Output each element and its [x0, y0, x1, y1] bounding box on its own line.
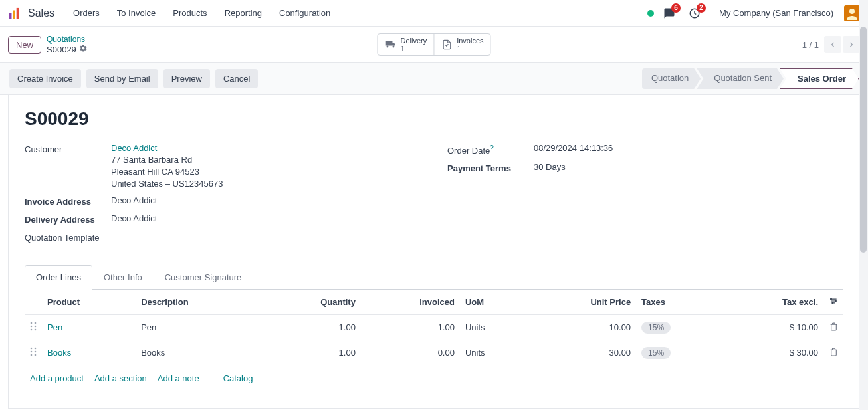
- tab-customer-signature[interactable]: Customer Signature: [154, 265, 253, 290]
- breadcrumb: Quotations S00029: [47, 35, 88, 54]
- pager-next-button[interactable]: [843, 36, 860, 53]
- svg-point-9: [31, 322, 33, 324]
- svg-point-7: [835, 300, 837, 302]
- nav-to-invoice[interactable]: To Invoice: [110, 4, 163, 22]
- product-link[interactable]: Pen: [47, 322, 62, 332]
- table-row[interactable]: Pen Pen 1.00 1.00 Units 10.00 15% $ 10.0…: [25, 315, 843, 340]
- truck-icon: [384, 39, 396, 51]
- customer-label: Customer: [25, 143, 111, 154]
- status-flow: Quotation Quotation Sent Sales Order: [642, 68, 859, 89]
- svg-point-15: [31, 348, 33, 350]
- stat-delivery-label: Delivery: [400, 37, 427, 45]
- order-lines-table: Product Description Quantity Invoiced Uo…: [25, 290, 843, 365]
- order-date-value[interactable]: 08/29/2024 14:13:36: [534, 143, 843, 153]
- stage-quotation[interactable]: Quotation: [642, 68, 701, 89]
- help-icon[interactable]: ?: [490, 144, 494, 152]
- cell-uom[interactable]: Units: [460, 315, 526, 340]
- add-note-link[interactable]: Add a note: [158, 373, 199, 383]
- preview-button[interactable]: Preview: [163, 69, 210, 88]
- tab-order-lines[interactable]: Order Lines: [25, 265, 92, 290]
- control-bar: New Quotations S00029 Delivery 1 Invoice…: [0, 27, 868, 62]
- stat-delivery-value: 1: [400, 45, 427, 52]
- quote-template-label: Quotation Template: [25, 231, 111, 243]
- svg-point-13: [31, 329, 33, 331]
- delivery-addr-value[interactable]: Deco Addict: [111, 213, 421, 223]
- action-bar: Create Invoice Send by Email Preview Can…: [0, 62, 868, 95]
- svg-rect-1: [13, 10, 15, 19]
- svg-point-14: [35, 329, 37, 331]
- stat-delivery[interactable]: Delivery 1: [378, 34, 434, 55]
- pager: 1 / 1: [802, 36, 860, 53]
- presence-dot-icon: [647, 10, 654, 17]
- messaging-icon[interactable]: 6: [662, 6, 677, 21]
- tab-other-info[interactable]: Other Info: [92, 265, 154, 290]
- cell-unit-price[interactable]: 10.00: [526, 315, 636, 340]
- col-invoiced: Invoiced: [361, 290, 460, 315]
- nav-reporting[interactable]: Reporting: [218, 4, 269, 22]
- product-link[interactable]: Books: [47, 348, 71, 358]
- cancel-button[interactable]: Cancel: [215, 69, 258, 88]
- app-title[interactable]: Sales: [28, 7, 54, 19]
- stat-invoices-value: 1: [457, 45, 483, 52]
- form-area: S00029 Customer Deco Addict 77 Santa Bar…: [8, 95, 860, 409]
- company-switcher[interactable]: My Company (San Francisco): [719, 8, 833, 18]
- activities-badge: 2: [697, 3, 706, 13]
- cell-taxes[interactable]: 15%: [636, 340, 722, 365]
- nav-configuration[interactable]: Configuration: [272, 4, 337, 22]
- invoice-addr-value[interactable]: Deco Addict: [111, 195, 421, 205]
- customer-link[interactable]: Deco Addict: [111, 143, 157, 153]
- cell-invoiced: 1.00: [361, 315, 460, 340]
- svg-point-12: [35, 326, 37, 328]
- svg-point-8: [832, 302, 833, 304]
- col-product: Product: [42, 290, 136, 315]
- nav-orders[interactable]: Orders: [66, 4, 106, 22]
- cell-description[interactable]: Pen: [136, 315, 262, 340]
- cell-taxes[interactable]: 15%: [636, 315, 722, 340]
- cell-uom[interactable]: Units: [460, 340, 526, 365]
- columns-options-icon[interactable]: [829, 298, 838, 308]
- drag-handle-icon[interactable]: [25, 340, 42, 365]
- cell-description[interactable]: Books: [136, 340, 262, 365]
- nav-products[interactable]: Products: [166, 4, 213, 22]
- payment-terms-value[interactable]: 30 Days: [534, 162, 843, 172]
- col-quantity: Quantity: [262, 290, 361, 315]
- user-avatar[interactable]: [844, 5, 860, 21]
- stage-sales-order[interactable]: Sales Order: [780, 68, 859, 89]
- stat-invoices[interactable]: Invoices 1: [434, 34, 490, 55]
- breadcrumb-parent[interactable]: Quotations: [47, 35, 88, 44]
- svg-point-17: [31, 351, 33, 353]
- drag-handle-icon[interactable]: [25, 315, 42, 340]
- svg-rect-2: [17, 7, 19, 18]
- stat-invoices-label: Invoices: [457, 37, 483, 45]
- stat-buttons: Delivery 1 Invoices 1: [377, 33, 490, 56]
- table-row[interactable]: Books Books 1.00 0.00 Units 30.00 15% $ …: [25, 340, 843, 365]
- svg-point-20: [35, 354, 37, 356]
- cell-quantity[interactable]: 1.00: [262, 340, 361, 365]
- record-title: S00029: [25, 108, 843, 130]
- invoice-icon: [441, 39, 453, 51]
- col-unit-price: Unit Price: [526, 290, 636, 315]
- stage-quotation-sent[interactable]: Quotation Sent: [697, 68, 784, 89]
- pager-prev-button[interactable]: [824, 36, 841, 53]
- customer-addr-1: 77 Santa Barbara Rd: [111, 155, 421, 165]
- delete-row-icon[interactable]: [829, 323, 838, 333]
- messaging-badge: 6: [671, 3, 681, 13]
- add-product-link[interactable]: Add a product: [30, 373, 84, 383]
- col-uom: UoM: [460, 290, 526, 315]
- page-scrollbar-thumb[interactable]: [860, 27, 867, 253]
- new-button[interactable]: New: [8, 36, 41, 54]
- svg-point-10: [35, 322, 37, 324]
- col-taxes: Taxes: [636, 290, 722, 315]
- pager-text: 1 / 1: [802, 40, 819, 50]
- cell-invoiced: 0.00: [361, 340, 460, 365]
- gear-icon[interactable]: [79, 44, 88, 54]
- invoice-addr-label: Invoice Address: [25, 195, 111, 207]
- add-section-link[interactable]: Add a section: [94, 373, 147, 383]
- activities-icon[interactable]: 2: [687, 6, 702, 21]
- catalog-link[interactable]: Catalog: [223, 373, 253, 383]
- delete-row-icon[interactable]: [829, 348, 838, 358]
- send-by-email-button[interactable]: Send by Email: [86, 69, 158, 88]
- create-invoice-button[interactable]: Create Invoice: [9, 69, 81, 88]
- cell-unit-price[interactable]: 30.00: [526, 340, 636, 365]
- cell-quantity[interactable]: 1.00: [262, 315, 361, 340]
